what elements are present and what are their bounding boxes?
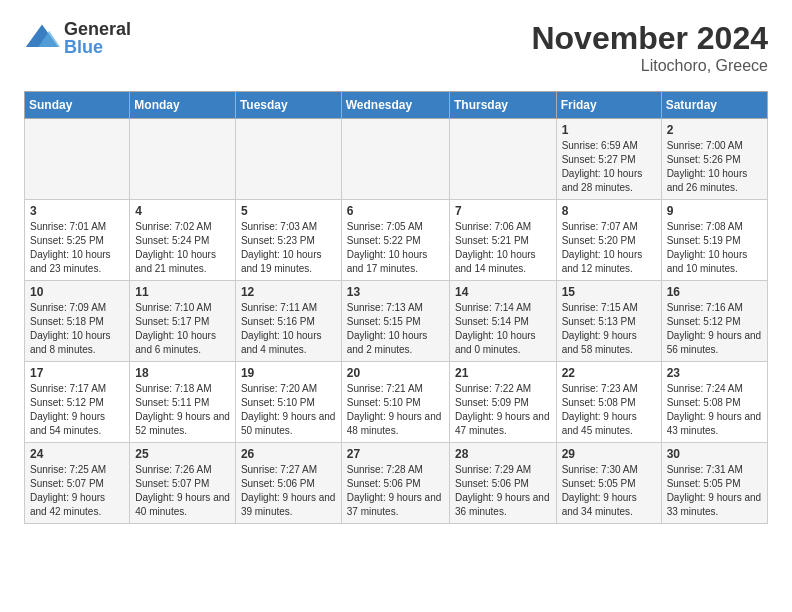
calendar-cell: 9Sunrise: 7:08 AM Sunset: 5:19 PM Daylig… xyxy=(661,200,767,281)
day-number: 8 xyxy=(562,204,656,218)
day-info: Sunrise: 7:30 AM Sunset: 5:05 PM Dayligh… xyxy=(562,464,638,517)
day-info: Sunrise: 7:10 AM Sunset: 5:17 PM Dayligh… xyxy=(135,302,216,355)
calendar-cell: 17Sunrise: 7:17 AM Sunset: 5:12 PM Dayli… xyxy=(25,362,130,443)
calendar-cell: 16Sunrise: 7:16 AM Sunset: 5:12 PM Dayli… xyxy=(661,281,767,362)
day-number: 23 xyxy=(667,366,762,380)
day-number: 12 xyxy=(241,285,336,299)
calendar-cell: 2Sunrise: 7:00 AM Sunset: 5:26 PM Daylig… xyxy=(661,119,767,200)
calendar-week-row: 10Sunrise: 7:09 AM Sunset: 5:18 PM Dayli… xyxy=(25,281,768,362)
calendar-cell: 5Sunrise: 7:03 AM Sunset: 5:23 PM Daylig… xyxy=(235,200,341,281)
logo-icon xyxy=(24,20,60,56)
calendar-cell: 4Sunrise: 7:02 AM Sunset: 5:24 PM Daylig… xyxy=(130,200,236,281)
calendar-week-row: 3Sunrise: 7:01 AM Sunset: 5:25 PM Daylig… xyxy=(25,200,768,281)
calendar-cell xyxy=(341,119,449,200)
day-number: 20 xyxy=(347,366,444,380)
day-info: Sunrise: 7:05 AM Sunset: 5:22 PM Dayligh… xyxy=(347,221,428,274)
location-subtitle: Litochoro, Greece xyxy=(531,57,768,75)
calendar-cell: 7Sunrise: 7:06 AM Sunset: 5:21 PM Daylig… xyxy=(449,200,556,281)
day-info: Sunrise: 7:00 AM Sunset: 5:26 PM Dayligh… xyxy=(667,140,748,193)
day-info: Sunrise: 7:15 AM Sunset: 5:13 PM Dayligh… xyxy=(562,302,638,355)
day-number: 10 xyxy=(30,285,124,299)
day-number: 11 xyxy=(135,285,230,299)
day-info: Sunrise: 7:13 AM Sunset: 5:15 PM Dayligh… xyxy=(347,302,428,355)
day-number: 7 xyxy=(455,204,551,218)
day-number: 4 xyxy=(135,204,230,218)
day-info: Sunrise: 7:20 AM Sunset: 5:10 PM Dayligh… xyxy=(241,383,336,436)
title-section: November 2024 Litochoro, Greece xyxy=(531,20,768,75)
weekday-header-sunday: Sunday xyxy=(25,92,130,119)
day-number: 6 xyxy=(347,204,444,218)
day-number: 5 xyxy=(241,204,336,218)
day-info: Sunrise: 7:26 AM Sunset: 5:07 PM Dayligh… xyxy=(135,464,230,517)
page: General Blue November 2024 Litochoro, Gr… xyxy=(0,0,792,544)
day-info: Sunrise: 7:17 AM Sunset: 5:12 PM Dayligh… xyxy=(30,383,106,436)
day-number: 17 xyxy=(30,366,124,380)
day-info: Sunrise: 7:02 AM Sunset: 5:24 PM Dayligh… xyxy=(135,221,216,274)
calendar-cell: 19Sunrise: 7:20 AM Sunset: 5:10 PM Dayli… xyxy=(235,362,341,443)
calendar-cell: 25Sunrise: 7:26 AM Sunset: 5:07 PM Dayli… xyxy=(130,443,236,524)
day-number: 27 xyxy=(347,447,444,461)
day-info: Sunrise: 7:03 AM Sunset: 5:23 PM Dayligh… xyxy=(241,221,322,274)
calendar-cell xyxy=(130,119,236,200)
calendar-cell: 11Sunrise: 7:10 AM Sunset: 5:17 PM Dayli… xyxy=(130,281,236,362)
day-number: 2 xyxy=(667,123,762,137)
day-info: Sunrise: 7:22 AM Sunset: 5:09 PM Dayligh… xyxy=(455,383,550,436)
calendar-cell: 29Sunrise: 7:30 AM Sunset: 5:05 PM Dayli… xyxy=(556,443,661,524)
calendar-cell: 27Sunrise: 7:28 AM Sunset: 5:06 PM Dayli… xyxy=(341,443,449,524)
day-info: Sunrise: 7:07 AM Sunset: 5:20 PM Dayligh… xyxy=(562,221,643,274)
day-info: Sunrise: 7:18 AM Sunset: 5:11 PM Dayligh… xyxy=(135,383,230,436)
day-number: 22 xyxy=(562,366,656,380)
day-info: Sunrise: 7:01 AM Sunset: 5:25 PM Dayligh… xyxy=(30,221,111,274)
day-number: 19 xyxy=(241,366,336,380)
day-info: Sunrise: 7:09 AM Sunset: 5:18 PM Dayligh… xyxy=(30,302,111,355)
calendar-cell: 14Sunrise: 7:14 AM Sunset: 5:14 PM Dayli… xyxy=(449,281,556,362)
day-number: 3 xyxy=(30,204,124,218)
weekday-header-monday: Monday xyxy=(130,92,236,119)
day-info: Sunrise: 7:31 AM Sunset: 5:05 PM Dayligh… xyxy=(667,464,762,517)
day-number: 29 xyxy=(562,447,656,461)
calendar-week-row: 1Sunrise: 6:59 AM Sunset: 5:27 PM Daylig… xyxy=(25,119,768,200)
calendar-cell: 22Sunrise: 7:23 AM Sunset: 5:08 PM Dayli… xyxy=(556,362,661,443)
day-info: Sunrise: 7:11 AM Sunset: 5:16 PM Dayligh… xyxy=(241,302,322,355)
day-info: Sunrise: 7:28 AM Sunset: 5:06 PM Dayligh… xyxy=(347,464,442,517)
day-info: Sunrise: 6:59 AM Sunset: 5:27 PM Dayligh… xyxy=(562,140,643,193)
day-number: 26 xyxy=(241,447,336,461)
calendar-cell xyxy=(25,119,130,200)
day-info: Sunrise: 7:21 AM Sunset: 5:10 PM Dayligh… xyxy=(347,383,442,436)
calendar-cell xyxy=(235,119,341,200)
calendar-cell: 12Sunrise: 7:11 AM Sunset: 5:16 PM Dayli… xyxy=(235,281,341,362)
calendar-cell: 1Sunrise: 6:59 AM Sunset: 5:27 PM Daylig… xyxy=(556,119,661,200)
day-info: Sunrise: 7:24 AM Sunset: 5:08 PM Dayligh… xyxy=(667,383,762,436)
calendar-cell: 3Sunrise: 7:01 AM Sunset: 5:25 PM Daylig… xyxy=(25,200,130,281)
calendar-week-row: 17Sunrise: 7:17 AM Sunset: 5:12 PM Dayli… xyxy=(25,362,768,443)
calendar-cell: 28Sunrise: 7:29 AM Sunset: 5:06 PM Dayli… xyxy=(449,443,556,524)
day-number: 30 xyxy=(667,447,762,461)
calendar-table: SundayMondayTuesdayWednesdayThursdayFrid… xyxy=(24,91,768,524)
calendar-cell: 15Sunrise: 7:15 AM Sunset: 5:13 PM Dayli… xyxy=(556,281,661,362)
calendar-body: 1Sunrise: 6:59 AM Sunset: 5:27 PM Daylig… xyxy=(25,119,768,524)
header: General Blue November 2024 Litochoro, Gr… xyxy=(24,20,768,75)
weekday-header-row: SundayMondayTuesdayWednesdayThursdayFrid… xyxy=(25,92,768,119)
calendar-cell: 26Sunrise: 7:27 AM Sunset: 5:06 PM Dayli… xyxy=(235,443,341,524)
weekday-header-friday: Friday xyxy=(556,92,661,119)
calendar-cell: 13Sunrise: 7:13 AM Sunset: 5:15 PM Dayli… xyxy=(341,281,449,362)
day-number: 9 xyxy=(667,204,762,218)
day-number: 15 xyxy=(562,285,656,299)
month-title: November 2024 xyxy=(531,20,768,57)
logo-blue-text: Blue xyxy=(64,38,131,56)
logo-general-text: General xyxy=(64,20,131,38)
day-number: 16 xyxy=(667,285,762,299)
weekday-header-saturday: Saturday xyxy=(661,92,767,119)
day-info: Sunrise: 7:06 AM Sunset: 5:21 PM Dayligh… xyxy=(455,221,536,274)
day-info: Sunrise: 7:29 AM Sunset: 5:06 PM Dayligh… xyxy=(455,464,550,517)
day-number: 13 xyxy=(347,285,444,299)
calendar-cell: 8Sunrise: 7:07 AM Sunset: 5:20 PM Daylig… xyxy=(556,200,661,281)
day-info: Sunrise: 7:14 AM Sunset: 5:14 PM Dayligh… xyxy=(455,302,536,355)
day-info: Sunrise: 7:23 AM Sunset: 5:08 PM Dayligh… xyxy=(562,383,638,436)
calendar-header: SundayMondayTuesdayWednesdayThursdayFrid… xyxy=(25,92,768,119)
day-info: Sunrise: 7:27 AM Sunset: 5:06 PM Dayligh… xyxy=(241,464,336,517)
day-number: 1 xyxy=(562,123,656,137)
day-info: Sunrise: 7:08 AM Sunset: 5:19 PM Dayligh… xyxy=(667,221,748,274)
weekday-header-tuesday: Tuesday xyxy=(235,92,341,119)
calendar-cell: 23Sunrise: 7:24 AM Sunset: 5:08 PM Dayli… xyxy=(661,362,767,443)
